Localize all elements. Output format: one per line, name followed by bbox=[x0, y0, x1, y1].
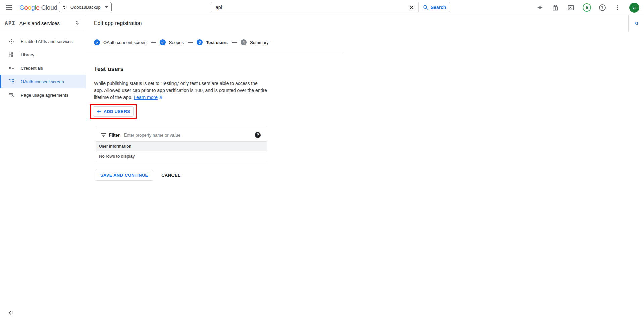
search-button[interactable]: Search bbox=[418, 2, 450, 12]
sidebar-header: API APIs and services bbox=[0, 15, 86, 32]
logo-letter: g bbox=[31, 4, 35, 11]
step-oauth-consent-screen[interactable]: OAuth consent screen bbox=[94, 39, 147, 45]
logo-letter: o bbox=[24, 4, 28, 11]
step-test-users[interactable]: 3 Test users bbox=[197, 39, 228, 45]
step-label: Scopes bbox=[169, 40, 184, 45]
form-actions: SAVE AND CONTINUE CANCEL bbox=[95, 169, 180, 181]
table-empty-row: No rows to display bbox=[96, 151, 267, 161]
cloud-shell-icon[interactable] bbox=[567, 4, 575, 11]
step-label: OAuth consent screen bbox=[103, 40, 147, 45]
agreements-icon bbox=[8, 92, 15, 98]
notifications-badge[interactable]: 5 bbox=[583, 3, 591, 12]
sidebar-nav: Enabled APIs and services Library bbox=[0, 32, 86, 102]
sidebar-item-label: OAuth consent screen bbox=[21, 79, 64, 84]
logo-letter: o bbox=[28, 4, 31, 11]
step-number-badge: 3 bbox=[197, 39, 203, 45]
hamburger-menu-icon[interactable] bbox=[5, 4, 13, 11]
key-icon bbox=[8, 65, 15, 71]
save-and-continue-button[interactable]: SAVE AND CONTINUE bbox=[95, 170, 153, 181]
search-input[interactable] bbox=[211, 5, 405, 10]
project-name: Odoo18Backup bbox=[70, 5, 101, 10]
sidebar-item-oauth-consent-screen[interactable]: OAuth consent screen bbox=[0, 75, 86, 88]
project-icon bbox=[62, 5, 68, 10]
notification-count: 5 bbox=[586, 5, 588, 10]
sidebar-item-library[interactable]: Library bbox=[0, 48, 86, 61]
empty-table-message: No rows to display bbox=[99, 154, 135, 159]
search-clear-icon[interactable] bbox=[405, 2, 418, 12]
filter-input[interactable] bbox=[124, 132, 255, 138]
step-done-check-icon bbox=[160, 39, 166, 45]
sidebar-item-page-usage-agreements[interactable]: Page usage agreements bbox=[0, 88, 86, 102]
filter-row: Filter ? bbox=[96, 128, 267, 141]
add-users-label: ADD USERS bbox=[104, 109, 130, 114]
sidebar: API APIs and services Enabled APIs and s… bbox=[0, 15, 86, 322]
kebab-menu-icon[interactable] bbox=[614, 4, 621, 11]
step-summary[interactable]: 4 Summary bbox=[241, 39, 269, 45]
section-description: While publishing status is set to 'Testi… bbox=[94, 80, 267, 101]
avatar[interactable]: a bbox=[629, 3, 639, 13]
filter-label: Filter bbox=[109, 132, 120, 138]
api-logo: API bbox=[5, 20, 15, 26]
help-icon[interactable]: ? bbox=[599, 4, 606, 11]
filter-icon bbox=[101, 133, 106, 137]
column-header-user-information: User information bbox=[99, 144, 131, 149]
search-bar: Search bbox=[211, 2, 450, 12]
step-separator bbox=[151, 42, 156, 43]
table-header-row: User information bbox=[96, 141, 267, 151]
plus-icon bbox=[97, 109, 101, 114]
pin-icon[interactable] bbox=[75, 20, 80, 27]
logo-cloud-word: Cloud bbox=[41, 4, 57, 11]
gemini-sparkle-icon[interactable] bbox=[536, 4, 544, 11]
collapse-panel-icon[interactable] bbox=[634, 21, 639, 26]
section-heading: Test users bbox=[94, 66, 124, 73]
step-separator bbox=[232, 42, 237, 43]
step-separator bbox=[188, 42, 193, 43]
logo-letter: e bbox=[36, 4, 39, 11]
chevron-down-icon bbox=[105, 6, 108, 8]
sidebar-item-credentials[interactable]: Credentials bbox=[0, 61, 86, 75]
sidebar-item-label: Enabled APIs and services bbox=[21, 39, 73, 44]
step-done-check-icon bbox=[94, 39, 100, 45]
top-bar: Google Cloud Odoo18Backup bbox=[0, 0, 644, 15]
gift-icon[interactable] bbox=[552, 4, 559, 11]
external-link-icon bbox=[158, 94, 162, 101]
step-number-badge: 4 bbox=[241, 39, 247, 45]
top-bar-icons: 5 ? a bbox=[536, 0, 639, 15]
main-header: Edit app registration bbox=[86, 15, 644, 32]
consent-screen-icon bbox=[8, 78, 15, 85]
google-cloud-logo[interactable]: Google Cloud bbox=[19, 0, 57, 15]
test-users-table: Filter ? User information No rows to dis… bbox=[96, 128, 267, 161]
add-users-button[interactable]: ADD USERS bbox=[93, 106, 134, 117]
enabled-apis-icon bbox=[8, 38, 15, 45]
avatar-letter: a bbox=[633, 5, 636, 10]
sidebar-collapse-icon[interactable] bbox=[8, 310, 14, 317]
sidebar-title: APIs and services bbox=[19, 20, 60, 26]
google-cloud-console: Google Cloud Odoo18Backup bbox=[0, 0, 644, 322]
stepper: OAuth consent screen Scopes 3 Test users… bbox=[94, 39, 269, 46]
sidebar-item-enabled-apis[interactable]: Enabled APIs and services bbox=[0, 35, 86, 48]
annotation-highlight-box: ADD USERS bbox=[90, 104, 137, 119]
logo-letter: G bbox=[19, 4, 24, 11]
library-icon bbox=[8, 51, 15, 58]
project-selector[interactable]: Odoo18Backup bbox=[59, 2, 112, 12]
step-label: Summary bbox=[250, 40, 269, 45]
panel-corner bbox=[628, 15, 644, 32]
filter-help-icon[interactable]: ? bbox=[255, 132, 261, 138]
step-scopes[interactable]: Scopes bbox=[160, 39, 184, 45]
cancel-button[interactable]: CANCEL bbox=[161, 173, 180, 178]
page-title: Edit app registration bbox=[94, 20, 142, 26]
stepper-divider bbox=[86, 53, 343, 53]
sidebar-item-label: Page usage agreements bbox=[21, 93, 68, 98]
sidebar-item-label: Library bbox=[21, 52, 34, 57]
step-label: Test users bbox=[206, 40, 228, 45]
sidebar-item-label: Credentials bbox=[21, 66, 43, 71]
learn-more-link[interactable]: Learn more bbox=[134, 95, 162, 100]
search-button-label: Search bbox=[431, 5, 446, 10]
